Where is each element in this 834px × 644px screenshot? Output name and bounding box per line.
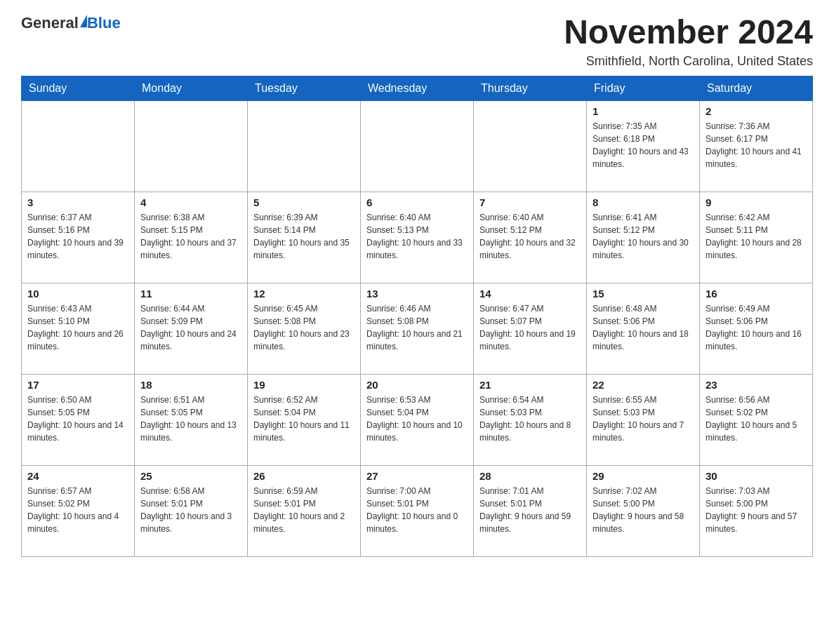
day-number: 6 [366, 196, 468, 208]
calendar-cell: 14Sunrise: 6:47 AMSunset: 5:07 PMDayligh… [474, 283, 587, 374]
calendar-cell [474, 100, 587, 192]
day-number: 11 [140, 288, 241, 300]
weekday-header-wednesday: Wednesday [361, 76, 474, 100]
day-sun-info: Sunrise: 6:56 AMSunset: 5:02 PMDaylight:… [706, 394, 807, 444]
calendar-cell: 12Sunrise: 6:45 AMSunset: 5:08 PMDayligh… [248, 283, 361, 374]
day-number: 23 [706, 379, 807, 391]
day-sun-info: Sunrise: 6:49 AMSunset: 5:06 PMDaylight:… [706, 302, 807, 353]
day-sun-info: Sunrise: 6:47 AMSunset: 5:07 PMDaylight:… [479, 302, 581, 353]
calendar-cell: 4Sunrise: 6:38 AMSunset: 5:15 PMDaylight… [135, 192, 248, 283]
day-number: 13 [366, 288, 468, 300]
calendar-cell: 26Sunrise: 6:59 AMSunset: 5:01 PMDayligh… [248, 465, 361, 556]
calendar-week-row: 17Sunrise: 6:50 AMSunset: 5:05 PMDayligh… [22, 374, 813, 465]
calendar-cell: 7Sunrise: 6:40 AMSunset: 5:12 PMDaylight… [474, 192, 587, 283]
calendar-cell [361, 100, 474, 192]
calendar-cell: 29Sunrise: 7:02 AMSunset: 5:00 PMDayligh… [587, 465, 700, 556]
calendar-cell: 23Sunrise: 6:56 AMSunset: 5:02 PMDayligh… [700, 374, 813, 465]
calendar-cell: 1Sunrise: 7:35 AMSunset: 6:18 PMDaylight… [587, 100, 700, 192]
day-sun-info: Sunrise: 7:36 AMSunset: 6:17 PMDaylight:… [706, 120, 807, 170]
day-sun-info: Sunrise: 6:45 AMSunset: 5:08 PMDaylight:… [253, 302, 355, 353]
calendar-week-row: 3Sunrise: 6:37 AMSunset: 5:16 PMDaylight… [22, 192, 813, 283]
day-number: 2 [706, 105, 807, 117]
day-sun-info: Sunrise: 6:40 AMSunset: 5:12 PMDaylight:… [479, 211, 581, 262]
day-number: 8 [593, 196, 694, 208]
day-sun-info: Sunrise: 6:44 AMSunset: 5:09 PMDaylight:… [140, 302, 241, 353]
day-sun-info: Sunrise: 6:58 AMSunset: 5:01 PMDaylight:… [140, 485, 241, 535]
calendar-cell: 6Sunrise: 6:40 AMSunset: 5:13 PMDaylight… [361, 192, 474, 283]
logo: General Blue [21, 14, 121, 32]
calendar-cell [248, 100, 361, 192]
day-number: 30 [706, 470, 807, 482]
day-sun-info: Sunrise: 6:43 AMSunset: 5:10 PMDaylight:… [27, 302, 128, 353]
day-sun-info: Sunrise: 6:42 AMSunset: 5:11 PMDaylight:… [706, 211, 807, 262]
day-sun-info: Sunrise: 6:48 AMSunset: 5:06 PMDaylight:… [593, 302, 694, 353]
day-sun-info: Sunrise: 7:35 AMSunset: 6:18 PMDaylight:… [593, 120, 694, 170]
day-number: 17 [27, 379, 128, 391]
day-sun-info: Sunrise: 7:02 AMSunset: 5:00 PMDaylight:… [593, 485, 694, 535]
day-sun-info: Sunrise: 7:01 AMSunset: 5:01 PMDaylight:… [479, 485, 581, 535]
calendar-cell: 9Sunrise: 6:42 AMSunset: 5:11 PMDaylight… [700, 192, 813, 283]
day-number: 4 [140, 196, 241, 208]
day-number: 28 [479, 470, 581, 482]
calendar-cell: 2Sunrise: 7:36 AMSunset: 6:17 PMDaylight… [700, 100, 813, 192]
day-number: 15 [593, 288, 694, 300]
day-sun-info: Sunrise: 6:37 AMSunset: 5:16 PMDaylight:… [27, 211, 128, 262]
weekday-header-saturday: Saturday [700, 76, 813, 100]
day-sun-info: Sunrise: 6:51 AMSunset: 5:05 PMDaylight:… [140, 394, 241, 444]
day-number: 29 [593, 470, 694, 482]
day-number: 7 [479, 196, 581, 208]
day-sun-info: Sunrise: 6:39 AMSunset: 5:14 PMDaylight:… [253, 211, 355, 262]
title-area: November 2024 Smithfield, North Carolina… [564, 14, 813, 69]
day-sun-info: Sunrise: 6:46 AMSunset: 5:08 PMDaylight:… [366, 302, 468, 353]
calendar-cell: 19Sunrise: 6:52 AMSunset: 5:04 PMDayligh… [248, 374, 361, 465]
day-number: 14 [479, 288, 581, 300]
calendar-week-row: 10Sunrise: 6:43 AMSunset: 5:10 PMDayligh… [22, 283, 813, 374]
logo-blue-text: Blue [87, 14, 121, 32]
calendar-cell: 24Sunrise: 6:57 AMSunset: 5:02 PMDayligh… [22, 465, 135, 556]
page-header: General Blue November 2024 Smithfield, N… [21, 14, 813, 69]
logo-triangle-icon [80, 15, 87, 27]
month-title: November 2024 [564, 14, 813, 51]
weekday-header-thursday: Thursday [474, 76, 587, 100]
day-sun-info: Sunrise: 6:50 AMSunset: 5:05 PMDaylight:… [27, 394, 128, 444]
day-number: 24 [27, 470, 128, 482]
calendar-cell: 15Sunrise: 6:48 AMSunset: 5:06 PMDayligh… [587, 283, 700, 374]
weekday-header-tuesday: Tuesday [248, 76, 361, 100]
day-sun-info: Sunrise: 7:00 AMSunset: 5:01 PMDaylight:… [366, 485, 468, 535]
calendar-cell: 21Sunrise: 6:54 AMSunset: 5:03 PMDayligh… [474, 374, 587, 465]
day-number: 16 [706, 288, 807, 300]
day-sun-info: Sunrise: 6:59 AMSunset: 5:01 PMDaylight:… [253, 485, 355, 535]
weekday-header-row: SundayMondayTuesdayWednesdayThursdayFrid… [22, 76, 813, 100]
calendar-cell: 11Sunrise: 6:44 AMSunset: 5:09 PMDayligh… [135, 283, 248, 374]
calendar-cell: 3Sunrise: 6:37 AMSunset: 5:16 PMDaylight… [22, 192, 135, 283]
weekday-header-friday: Friday [587, 76, 700, 100]
day-number: 22 [593, 379, 694, 391]
day-number: 12 [253, 288, 355, 300]
calendar-cell [135, 100, 248, 192]
weekday-header-monday: Monday [135, 76, 248, 100]
day-number: 10 [27, 288, 128, 300]
day-sun-info: Sunrise: 6:41 AMSunset: 5:12 PMDaylight:… [593, 211, 694, 262]
day-number: 19 [253, 379, 355, 391]
calendar-cell: 8Sunrise: 6:41 AMSunset: 5:12 PMDaylight… [587, 192, 700, 283]
calendar-week-row: 24Sunrise: 6:57 AMSunset: 5:02 PMDayligh… [22, 465, 813, 556]
calendar-cell: 13Sunrise: 6:46 AMSunset: 5:08 PMDayligh… [361, 283, 474, 374]
calendar-cell: 5Sunrise: 6:39 AMSunset: 5:14 PMDaylight… [248, 192, 361, 283]
day-number: 21 [479, 379, 581, 391]
calendar-cell: 25Sunrise: 6:58 AMSunset: 5:01 PMDayligh… [135, 465, 248, 556]
location-subtitle: Smithfield, North Carolina, United State… [564, 54, 813, 69]
day-sun-info: Sunrise: 6:40 AMSunset: 5:13 PMDaylight:… [366, 211, 468, 262]
calendar-week-row: 1Sunrise: 7:35 AMSunset: 6:18 PMDaylight… [22, 100, 813, 192]
logo-general-text: General [21, 14, 79, 32]
calendar-cell: 17Sunrise: 6:50 AMSunset: 5:05 PMDayligh… [22, 374, 135, 465]
calendar-cell: 28Sunrise: 7:01 AMSunset: 5:01 PMDayligh… [474, 465, 587, 556]
day-sun-info: Sunrise: 6:52 AMSunset: 5:04 PMDaylight:… [253, 394, 355, 444]
calendar-cell: 10Sunrise: 6:43 AMSunset: 5:10 PMDayligh… [22, 283, 135, 374]
day-number: 26 [253, 470, 355, 482]
day-number: 27 [366, 470, 468, 482]
calendar-table: SundayMondayTuesdayWednesdayThursdayFrid… [21, 76, 813, 557]
calendar-cell: 30Sunrise: 7:03 AMSunset: 5:00 PMDayligh… [700, 465, 813, 556]
day-sun-info: Sunrise: 6:38 AMSunset: 5:15 PMDaylight:… [140, 211, 241, 262]
weekday-header-sunday: Sunday [22, 76, 135, 100]
calendar-cell: 27Sunrise: 7:00 AMSunset: 5:01 PMDayligh… [361, 465, 474, 556]
